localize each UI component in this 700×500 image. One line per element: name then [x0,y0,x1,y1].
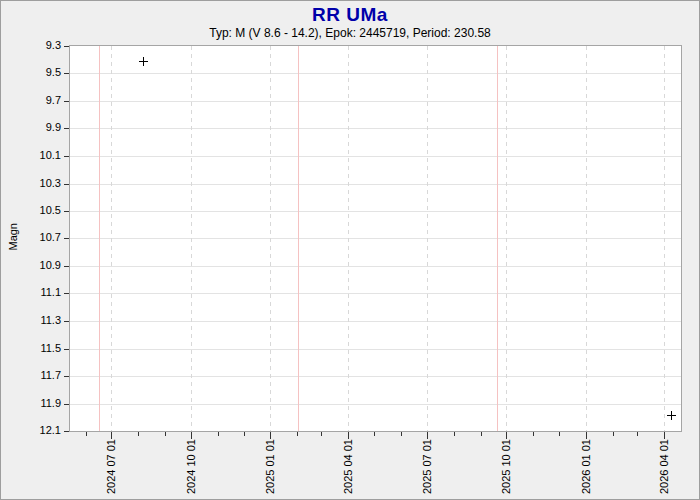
y-tick-label: 10.5 [21,204,61,217]
x-tick-major [111,432,112,439]
x-grid-line [427,46,428,431]
y-grid-line [70,376,681,377]
x-tick-label: 2024 10 01 [185,439,197,494]
x-tick-major [348,432,349,439]
x-grid-line [111,46,112,431]
x-tick-minor [454,432,455,436]
x-tick-major [664,432,665,439]
y-tick-label: 11.5 [21,342,61,355]
x-tick-label: 2025 07 01 [421,439,433,494]
x-tick-label: 2024 07 01 [105,439,117,494]
period-line [298,46,299,431]
y-grid-line [70,156,681,157]
y-tick-label: 10.9 [21,259,61,272]
y-grid-line [70,238,681,239]
y-tick [64,431,69,432]
period-line [497,46,498,431]
y-grid-line [70,211,681,212]
x-tick-major [191,432,192,439]
y-tick [64,321,69,322]
y-tick-label: 9.7 [21,94,61,107]
y-tick [64,211,69,212]
x-grid-line [664,46,665,431]
x-tick-minor [559,432,560,436]
x-tick-minor [321,432,322,436]
y-grid-line [70,293,681,294]
x-grid-line [348,46,349,431]
x-tick-minor [401,432,402,436]
x-tick-minor [86,432,87,436]
y-tick [64,238,69,239]
x-tick-label: 2025 10 01 [500,439,512,494]
x-grid-line [191,46,192,431]
y-tick-label: 11.7 [21,369,61,382]
x-tick-label: 2025 01 01 [264,439,276,494]
chart-subtitle: Typ: M (V 8.6 - 14.2), Epok: 2445719, Pe… [1,26,699,40]
y-tick [64,128,69,129]
y-tick [64,73,69,74]
x-tick-minor [613,432,614,436]
y-grid-line [70,349,681,350]
x-tick-minor [138,432,139,436]
y-tick [64,46,69,47]
x-tick-label: 2026 04 01 [658,439,670,494]
x-tick-label: 2026 01 01 [580,439,592,494]
period-line [99,46,100,431]
x-tick-minor [374,432,375,436]
y-grid-line [70,73,681,74]
x-tick-label: 2025 04 01 [342,439,354,494]
y-tick-label: 11.1 [21,286,61,299]
y-grid-line [70,101,681,102]
y-tick [64,101,69,102]
y-tick-label: 10.3 [21,177,61,190]
y-tick-label: 10.7 [21,231,61,244]
x-tick-minor [297,432,298,436]
x-grid-line [270,46,271,431]
y-tick [64,156,69,157]
y-tick [64,293,69,294]
data-point-marker [667,411,676,420]
x-tick-minor [165,432,166,436]
light-curve-window: RR UMa Typ: M (V 8.6 - 14.2), Epok: 2445… [0,0,700,500]
x-grid-line [506,46,507,431]
y-tick [64,376,69,377]
x-grid-line [586,46,587,431]
y-tick [64,266,69,267]
y-tick [64,184,69,185]
y-tick-label: 9.9 [21,121,61,134]
x-tick-major [270,432,271,439]
y-tick-label: 11.9 [21,397,61,410]
y-tick-label: 10.1 [21,149,61,162]
x-tick-major [586,432,587,439]
y-grid-line [70,128,681,129]
y-grid-line [70,266,681,267]
y-tick-label: 9.3 [21,39,61,52]
y-tick-label: 9.5 [21,66,61,79]
y-tick [64,404,69,405]
x-tick-major [427,432,428,439]
x-tick-major [506,432,507,439]
y-tick-label: 11.3 [21,314,61,327]
chart-title: RR UMa [1,4,699,26]
y-grid-line [70,404,681,405]
y-tick [64,349,69,350]
x-tick-minor [533,432,534,436]
y-grid-line [70,184,681,185]
y-axis-title: Magn [7,223,19,251]
y-grid-line [70,321,681,322]
x-tick-minor [481,432,482,436]
x-tick-minor [218,432,219,436]
x-tick-minor [244,432,245,436]
y-tick-label: 12.1 [21,424,61,437]
x-tick-minor [637,432,638,436]
data-point-marker [139,57,148,66]
